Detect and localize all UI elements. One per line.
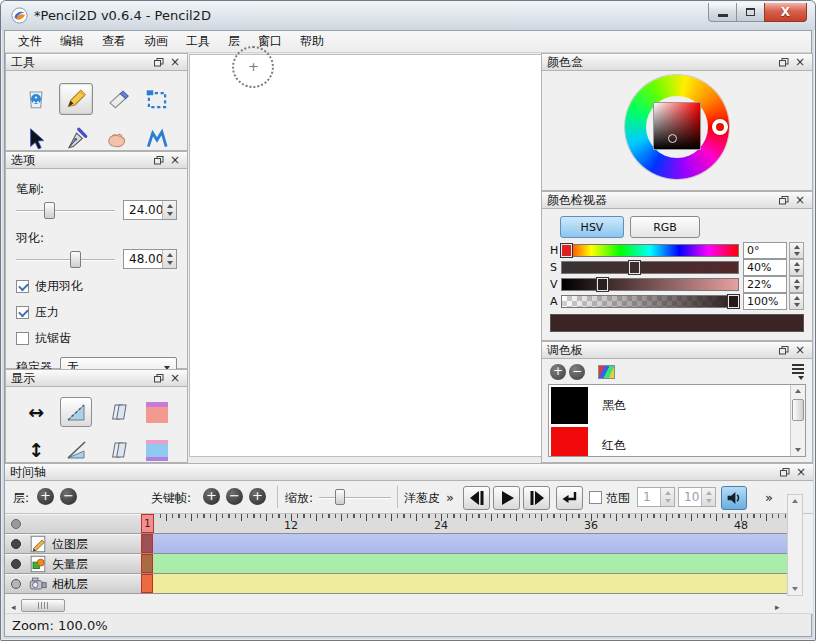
- onion-prev-color-button[interactable]: [141, 397, 173, 427]
- add-keyframe-button[interactable]: +: [203, 488, 220, 505]
- angle-line-button[interactable]: [60, 435, 92, 465]
- value-slider[interactable]: [561, 278, 739, 291]
- remove-color-button[interactable]: −: [569, 364, 585, 380]
- use-feather-checkbox[interactable]: [16, 280, 29, 293]
- flip-vertical-button[interactable]: ↕: [20, 435, 52, 465]
- timeline-ruler[interactable]: 12 24 36 48 1: [141, 514, 787, 534]
- pencil-tool-button[interactable]: [59, 83, 93, 115]
- layer-visible-dot[interactable]: [11, 539, 21, 549]
- close-panel-icon[interactable]: ×: [793, 194, 807, 207]
- onion-prev-button[interactable]: [101, 397, 133, 427]
- alpha-spin[interactable]: [789, 293, 804, 310]
- tools-panel-header[interactable]: 工具 ×: [6, 54, 187, 71]
- sound-toggle-button[interactable]: [721, 486, 747, 510]
- close-panel-icon[interactable]: ×: [793, 56, 807, 69]
- hsv-tab[interactable]: HSV: [560, 216, 624, 238]
- add-layer-button[interactable]: +: [37, 488, 54, 505]
- camera-track[interactable]: [141, 574, 787, 594]
- range-end-spinbox[interactable]: 10: [678, 487, 716, 507]
- bitmap-track[interactable]: [141, 534, 787, 554]
- angle-overlay-button[interactable]: [60, 397, 92, 427]
- menu-help[interactable]: 帮助: [291, 30, 333, 53]
- rgb-tab[interactable]: RGB: [630, 216, 700, 238]
- close-panel-icon[interactable]: ×: [793, 344, 807, 357]
- layer-row-camera[interactable]: 相机层: [5, 574, 141, 594]
- eraser-tool-button[interactable]: [100, 83, 134, 115]
- range-checkbox[interactable]: [589, 491, 602, 504]
- close-panel-icon[interactable]: ×: [168, 56, 182, 69]
- toolbar-overflow-icon[interactable]: »: [765, 490, 773, 505]
- layer-row-vector[interactable]: 矢量层: [5, 554, 141, 574]
- menu-view[interactable]: 查看: [93, 30, 135, 53]
- close-button[interactable]: X: [764, 3, 807, 22]
- timeline-horizontal-scrollbar[interactable]: ◂ ▸: [5, 598, 813, 614]
- saturation-value-square[interactable]: [654, 103, 700, 149]
- hue-slider[interactable]: [561, 244, 739, 257]
- saturation-spin[interactable]: [789, 259, 804, 276]
- value-value[interactable]: 22%: [743, 276, 787, 293]
- feather-slider[interactable]: [16, 250, 115, 269]
- float-panel-icon[interactable]: [778, 466, 792, 479]
- onion-next-button[interactable]: [101, 435, 133, 465]
- palette-item-red[interactable]: 红色: [549, 425, 805, 457]
- scroll-left-icon[interactable]: ◂: [11, 602, 16, 612]
- color-inspector-header[interactable]: 颜色检视器 ×: [542, 192, 812, 209]
- select-tool-button[interactable]: [140, 83, 174, 115]
- flip-horizontal-button[interactable]: ↔: [20, 397, 52, 427]
- palette-item-black[interactable]: 黑色: [549, 385, 805, 425]
- brush-width-slider[interactable]: [16, 201, 115, 220]
- duplicate-keyframe-button[interactable]: +: [249, 488, 266, 505]
- timeline-vertical-scrollbar[interactable]: [787, 494, 803, 596]
- drawing-canvas[interactable]: +: [189, 54, 542, 457]
- range-start-spinbox[interactable]: 1: [637, 487, 675, 507]
- value-spin[interactable]: [789, 276, 804, 293]
- maximize-button[interactable]: [736, 3, 765, 22]
- remove-layer-button[interactable]: −: [60, 488, 77, 505]
- close-panel-icon[interactable]: ×: [168, 372, 182, 385]
- alpha-slider[interactable]: [561, 295, 739, 308]
- hue-marker[interactable]: [712, 119, 728, 135]
- layer-row-bitmap[interactable]: 位图层: [5, 534, 141, 554]
- add-color-button[interactable]: +: [550, 364, 566, 380]
- float-panel-icon[interactable]: [152, 372, 166, 385]
- onion-skin-expand-icon[interactable]: »: [446, 490, 454, 505]
- palette-scrollbar[interactable]: [790, 385, 805, 456]
- close-panel-icon[interactable]: ×: [794, 466, 808, 479]
- float-panel-icon[interactable]: [152, 154, 166, 167]
- float-panel-icon[interactable]: [777, 56, 791, 69]
- onion-next-color-button[interactable]: [141, 435, 173, 465]
- loop-button[interactable]: [556, 486, 583, 510]
- pressure-checkbox[interactable]: [16, 306, 29, 319]
- palette-menu-icon[interactable]: [792, 363, 804, 380]
- hue-value[interactable]: 0°: [743, 242, 787, 259]
- layer-visible-dot[interactable]: [11, 579, 21, 589]
- red-swatch[interactable]: [551, 427, 588, 458]
- keyframe-block[interactable]: [141, 534, 153, 553]
- antialias-checkbox[interactable]: [16, 332, 29, 345]
- feather-spinbox[interactable]: 48.00: [123, 249, 177, 269]
- keyframe-block[interactable]: [141, 574, 153, 593]
- brush-width-spinbox[interactable]: 24.00: [123, 200, 177, 220]
- saturation-value[interactable]: 40%: [743, 259, 787, 276]
- prev-keyframe-button[interactable]: [463, 486, 490, 510]
- saturation-slider[interactable]: [561, 261, 739, 274]
- next-keyframe-button[interactable]: [523, 486, 550, 510]
- color-wheel[interactable]: [617, 71, 737, 189]
- float-panel-icon[interactable]: [777, 344, 791, 357]
- scrollbar-thumb[interactable]: [21, 599, 65, 612]
- float-panel-icon[interactable]: [777, 194, 791, 207]
- play-button[interactable]: [493, 486, 520, 510]
- options-panel-header[interactable]: 选项 ×: [6, 152, 187, 169]
- palette-presets-icon[interactable]: [598, 365, 615, 379]
- timeline-panel-header[interactable]: 时间轴 ×: [5, 464, 813, 481]
- alpha-value[interactable]: 100%: [743, 293, 787, 310]
- close-panel-icon[interactable]: ×: [168, 154, 182, 167]
- menu-edit[interactable]: 编辑: [51, 30, 93, 53]
- layer-visible-dot[interactable]: [11, 559, 21, 569]
- black-swatch[interactable]: [551, 387, 588, 424]
- menu-animation[interactable]: 动画: [135, 30, 177, 53]
- menu-file[interactable]: 文件: [9, 30, 51, 53]
- scroll-right-icon[interactable]: ▸: [775, 602, 780, 612]
- sv-marker[interactable]: [668, 134, 677, 143]
- minimize-button[interactable]: [708, 3, 737, 22]
